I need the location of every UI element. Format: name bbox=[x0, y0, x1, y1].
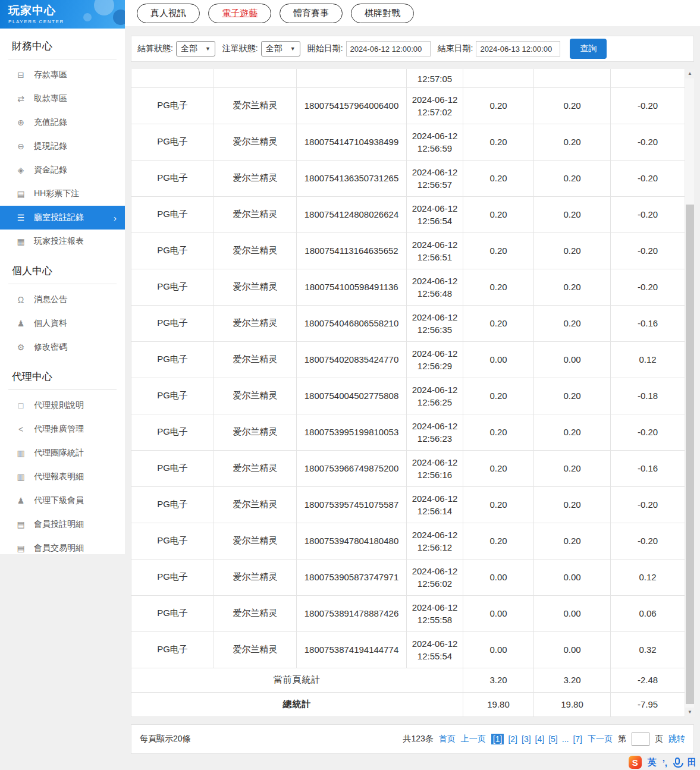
table-row: PG电子爱尔兰精灵18007541363507312652024-06-1212… bbox=[131, 160, 685, 196]
members-icon: ♟ bbox=[15, 496, 26, 505]
cell bbox=[534, 69, 611, 87]
sidebar-item[interactable]: ⚙修改密碼 bbox=[0, 335, 125, 359]
cell-bet-amount: 0.20 bbox=[463, 305, 534, 341]
sidebar-item[interactable]: ▦玩家投注報表 bbox=[0, 230, 125, 253]
cell-platform: PG电子 bbox=[131, 595, 214, 631]
table-row: PG电子爱尔兰精灵18007541579640064002024-06-1212… bbox=[131, 87, 685, 124]
cell-game: 爱尔兰精灵 bbox=[214, 450, 297, 486]
summary-value: 3.20 bbox=[463, 668, 534, 692]
cell-platform: PG电子 bbox=[131, 124, 214, 160]
sidebar-item[interactable]: ▤HH彩票下注 bbox=[0, 182, 125, 206]
tab[interactable]: 真人視訊 bbox=[137, 4, 200, 23]
jump-button[interactable]: 跳转 bbox=[668, 734, 685, 744]
page-link[interactable]: [3] bbox=[522, 734, 531, 744]
sidebar-item[interactable]: ☰廳室投註記錄› bbox=[0, 206, 125, 230]
time-clock-line: 12:56:02 bbox=[408, 577, 462, 590]
cell-time: 2024-06-1212:56:48 bbox=[407, 269, 463, 305]
query-button[interactable]: 查詢 bbox=[570, 39, 607, 59]
sidebar-item-label: 會員交易明細 bbox=[34, 543, 84, 554]
scroll-down-icon[interactable]: ▼ bbox=[685, 708, 695, 717]
filter-bar: 結算狀態: 全部 ▼ 注單狀態: 全部 ▼ 開始日期: 結束日期: 查詢 bbox=[131, 36, 694, 62]
sidebar-item-label: HH彩票下注 bbox=[34, 188, 79, 199]
cell-bet-id: 1800754100598491136 bbox=[297, 269, 407, 305]
cell-bet-amount: 0.20 bbox=[463, 414, 534, 450]
first-page-link[interactable]: 首页 bbox=[439, 734, 456, 744]
sidebar-item[interactable]: ▥代理團隊統計 bbox=[0, 441, 125, 465]
jump-suffix-label: 页 bbox=[655, 734, 663, 744]
cell-bet-id: 1800754113164635652 bbox=[297, 232, 407, 269]
cell-profit: -0.20 bbox=[611, 523, 685, 559]
cell-profit: -0.20 bbox=[611, 196, 685, 232]
sidebar-item[interactable]: <代理推廣管理 bbox=[0, 417, 125, 441]
page-link[interactable]: [4] bbox=[535, 734, 545, 744]
page-link[interactable]: [2] bbox=[508, 734, 517, 744]
cell-platform: PG电子 bbox=[131, 559, 214, 595]
jump-prefix-label: 第 bbox=[618, 734, 626, 744]
time-date-line: 2024-06-12 bbox=[408, 601, 462, 614]
sidebar-item[interactable]: □代理規則說明 bbox=[0, 394, 125, 417]
sidebar-item[interactable]: ♟代理下級會員 bbox=[0, 489, 125, 513]
bell-icon: Ω bbox=[15, 295, 26, 304]
cell-valid-bet: 0.20 bbox=[534, 269, 611, 305]
summary-value: 19.80 bbox=[534, 692, 611, 716]
tab[interactable]: 體育賽事 bbox=[280, 4, 343, 23]
sidebar-item-label: 提現記錄 bbox=[34, 141, 67, 152]
table-row: PG电子爱尔兰精灵18007540045027758082024-06-1212… bbox=[131, 378, 685, 414]
ime-punctuation-toggle[interactable]: ’, bbox=[663, 758, 667, 768]
sidebar-item[interactable]: ⊟存款專區 bbox=[0, 63, 125, 87]
page-link[interactable]: [1] bbox=[491, 734, 504, 744]
page-link[interactable]: [5] bbox=[548, 734, 558, 744]
sidebar-item[interactable]: ◈資金記錄 bbox=[0, 158, 125, 182]
cell-game: 爱尔兰精灵 bbox=[214, 631, 297, 668]
member-bet-detail-icon: ▤ bbox=[15, 520, 26, 529]
scroll-up-icon[interactable]: ▲ bbox=[685, 69, 695, 78]
cell-bet-amount: 0.00 bbox=[463, 341, 534, 378]
scrollbar-thumb[interactable] bbox=[686, 205, 694, 704]
prev-page-link[interactable]: 上一页 bbox=[461, 734, 486, 744]
sidebar-item[interactable]: ▤會員投註明細 bbox=[0, 513, 125, 536]
start-date-input[interactable] bbox=[346, 41, 431, 56]
jump-page-input[interactable] bbox=[632, 733, 649, 746]
sidebar-item[interactable]: ♟個人資料 bbox=[0, 312, 125, 335]
time-clock-line: 12:56:54 bbox=[408, 215, 462, 227]
sidebar-item[interactable]: ⊖提現記錄 bbox=[0, 134, 125, 158]
cell-time: 2024-06-1212:56:35 bbox=[407, 305, 463, 341]
sidebar-item[interactable]: ▤會員交易明細 bbox=[0, 536, 125, 560]
time-clock-line: 12:56:59 bbox=[408, 142, 462, 155]
sidebar-item[interactable]: Ω消息公告 bbox=[0, 288, 125, 312]
table-panel: 12:57:05PG电子爱尔兰精灵18007541579640064002024… bbox=[131, 69, 694, 717]
bet-table-body: 12:57:05PG电子爱尔兰精灵18007541579640064002024… bbox=[131, 69, 685, 716]
ime-language-toggle[interactable]: 英 bbox=[648, 757, 657, 768]
settle-status-select[interactable]: 全部 ▼ bbox=[176, 41, 215, 56]
sidebar-item[interactable]: ▥代理報表明細 bbox=[0, 465, 125, 489]
tab[interactable]: 電子遊藝 bbox=[208, 4, 271, 23]
time-clock-line: 12:56:25 bbox=[408, 396, 462, 408]
next-page-link[interactable]: 下一页 bbox=[588, 734, 613, 744]
time-clock-line: 12:55:54 bbox=[408, 650, 462, 662]
table-scrollbar[interactable]: ▲ ▼ bbox=[685, 69, 694, 717]
order-status-select[interactable]: 全部 ▼ bbox=[261, 41, 300, 56]
sidebar-item[interactable]: ⇄取款專區 bbox=[0, 87, 125, 111]
sidebar-item[interactable]: ⊕充值記錄 bbox=[0, 111, 125, 134]
end-date-input[interactable] bbox=[476, 41, 560, 56]
cell bbox=[297, 69, 407, 87]
time-clock-line: 12:56:12 bbox=[408, 541, 462, 554]
table-row: PG电子爱尔兰精灵18007541471049384992024-06-1212… bbox=[131, 124, 685, 160]
cell-bet-amount: 0.20 bbox=[463, 87, 534, 124]
table-row: PG电子爱尔兰精灵18007539058737479712024-06-1212… bbox=[131, 559, 685, 595]
cell-bet-id: 1800753995199810053 bbox=[297, 414, 407, 450]
ime-logo-icon[interactable]: S bbox=[629, 756, 642, 769]
time-date-line: 2024-06-12 bbox=[408, 384, 462, 396]
table-row-partial: 12:57:05 bbox=[131, 69, 685, 87]
cell-platform: PG电子 bbox=[131, 631, 214, 668]
cell-game: 爱尔兰精灵 bbox=[214, 559, 297, 595]
cell-game: 爱尔兰精灵 bbox=[214, 341, 297, 378]
time-date-line: 2024-06-12 bbox=[408, 166, 462, 178]
page-link[interactable]: [7] bbox=[573, 734, 582, 744]
microphone-icon[interactable] bbox=[675, 758, 680, 765]
time-date-line: 2024-06-12 bbox=[408, 275, 462, 287]
cell-profit: 0.06 bbox=[611, 595, 685, 631]
cell bbox=[131, 69, 214, 87]
ime-handwriting-icon[interactable]: 田 bbox=[688, 757, 696, 768]
tab[interactable]: 棋牌對戰 bbox=[351, 4, 414, 23]
